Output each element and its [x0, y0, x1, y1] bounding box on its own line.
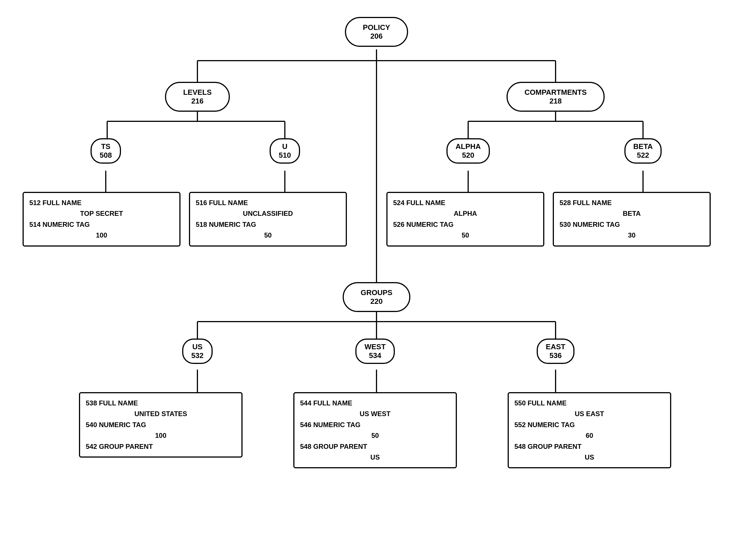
- ts-box-line4: 100: [29, 230, 174, 241]
- beta-label: BETA: [633, 142, 653, 151]
- alpha-box-node: 524 FULL NAME ALPHA 526 NUMERIC TAG 50: [386, 192, 544, 246]
- beta-box-line2: BETA: [559, 208, 704, 219]
- alpha-box-line3: 526 NUMERIC TAG: [393, 219, 537, 230]
- compartments-label: COMPARTMENTS: [525, 88, 587, 97]
- east-box-line2: US EAST: [514, 408, 665, 419]
- groups-id: 220: [361, 297, 392, 306]
- policy-pill: POLICY 206: [345, 17, 408, 47]
- policy-id: 206: [363, 32, 390, 41]
- us-box-node: 538 FULL NAME UNITED STATES 540 NUMERIC …: [79, 392, 243, 458]
- ts-id: 508: [100, 151, 112, 160]
- us-node: US 532: [152, 339, 243, 364]
- west-box-line3: 546 NUMERIC TAG: [300, 420, 450, 430]
- u-box-line4: 50: [196, 230, 340, 241]
- ts-box-line2: TOP SECRET: [29, 208, 174, 219]
- east-box-line1: 550 FULL NAME: [514, 398, 665, 408]
- beta-node: BETA 522: [601, 138, 685, 164]
- alpha-pill: ALPHA 520: [446, 138, 490, 164]
- east-label: EAST: [546, 342, 565, 351]
- compartments-node: COMPARTMENTS 218: [474, 82, 637, 112]
- west-node: WEST 534: [330, 339, 420, 364]
- alpha-node: ALPHA 520: [426, 138, 510, 164]
- west-box-line2: US WEST: [300, 408, 450, 419]
- groups-node: GROUPS 220: [299, 282, 454, 312]
- u-box-line3: 518 NUMERIC TAG: [196, 219, 340, 230]
- beta-box-line4: 30: [559, 230, 704, 241]
- ts-node: TS 508: [66, 138, 145, 164]
- east-box: 550 FULL NAME US EAST 552 NUMERIC TAG 60…: [508, 392, 671, 468]
- east-box-line4: 60: [514, 430, 665, 441]
- east-box-node: 550 FULL NAME US EAST 552 NUMERIC TAG 60…: [508, 392, 671, 468]
- beta-box-line1: 528 FULL NAME: [559, 198, 704, 208]
- groups-label: GROUPS: [361, 288, 392, 297]
- alpha-box-line2: ALPHA: [393, 208, 537, 219]
- levels-pill: LEVELS 216: [165, 82, 229, 112]
- policy-node: POLICY 206: [302, 17, 451, 47]
- east-box-line3: 552 NUMERIC TAG: [514, 420, 665, 430]
- ts-box-line1: 512 FULL NAME: [29, 198, 174, 208]
- diagram: POLICY 206 LEVELS 216 COMPARTMENTS 218 T…: [0, 0, 753, 560]
- ts-box-node: 512 FULL NAME TOP SECRET 514 NUMERIC TAG…: [23, 192, 181, 246]
- alpha-box-line4: 50: [393, 230, 537, 241]
- extra-lines: [0, 0, 753, 560]
- alpha-box: 524 FULL NAME ALPHA 526 NUMERIC TAG 50: [386, 192, 544, 246]
- west-box-line1: 544 FULL NAME: [300, 398, 450, 408]
- us-box: 538 FULL NAME UNITED STATES 540 NUMERIC …: [79, 392, 243, 458]
- east-id: 536: [546, 351, 565, 360]
- east-box-line6: US: [514, 452, 665, 463]
- alpha-id: 520: [455, 151, 481, 160]
- u-node: U 510: [245, 138, 324, 164]
- beta-box: 528 FULL NAME BETA 530 NUMERIC TAG 30: [553, 192, 711, 246]
- ts-box-line3: 514 NUMERIC TAG: [29, 219, 174, 230]
- west-box-line5: 548 GROUP PARENT: [300, 441, 450, 452]
- levels-node: LEVELS 216: [130, 82, 265, 112]
- us-box-line5: 542 GROUP PARENT: [86, 441, 236, 452]
- beta-pill: BETA 522: [625, 138, 662, 164]
- east-pill: EAST 536: [537, 339, 574, 364]
- u-pill: U 510: [270, 138, 300, 164]
- compartments-pill: COMPARTMENTS 218: [507, 82, 605, 112]
- ts-label: TS: [100, 142, 112, 151]
- u-box-line2: UNCLASSIFIED: [196, 208, 340, 219]
- us-box-line2: UNITED STATES: [86, 408, 236, 419]
- u-box-line1: 516 FULL NAME: [196, 198, 340, 208]
- us-pill: US 532: [182, 339, 212, 364]
- alpha-label: ALPHA: [455, 142, 481, 151]
- u-label: U: [279, 142, 291, 151]
- west-label: WEST: [364, 342, 386, 351]
- us-box-line4: 100: [86, 430, 236, 441]
- u-id: 510: [279, 151, 291, 160]
- beta-id: 522: [633, 151, 653, 160]
- us-id: 532: [191, 351, 203, 360]
- west-id: 534: [364, 351, 386, 360]
- beta-box-node: 528 FULL NAME BETA 530 NUMERIC TAG 30: [553, 192, 711, 246]
- levels-id: 216: [183, 97, 211, 105]
- u-box-node: 516 FULL NAME UNCLASSIFIED 518 NUMERIC T…: [189, 192, 347, 246]
- us-label: US: [191, 342, 203, 351]
- west-box-line4: 50: [300, 430, 450, 441]
- ts-box: 512 FULL NAME TOP SECRET 514 NUMERIC TAG…: [23, 192, 181, 246]
- west-box: 544 FULL NAME US WEST 546 NUMERIC TAG 50…: [293, 392, 457, 468]
- u-box: 516 FULL NAME UNCLASSIFIED 518 NUMERIC T…: [189, 192, 347, 246]
- west-box-node: 544 FULL NAME US WEST 546 NUMERIC TAG 50…: [293, 392, 457, 468]
- east-node: EAST 536: [510, 339, 601, 364]
- compartments-id: 218: [525, 97, 587, 105]
- ts-pill: TS 508: [90, 138, 121, 164]
- policy-label: POLICY: [363, 23, 390, 32]
- groups-pill: GROUPS 220: [343, 282, 411, 312]
- beta-box-line3: 530 NUMERIC TAG: [559, 219, 704, 230]
- connector-lines: [0, 0, 753, 560]
- levels-label: LEVELS: [183, 88, 211, 97]
- west-pill: WEST 534: [355, 339, 394, 364]
- us-box-line1: 538 FULL NAME: [86, 398, 236, 408]
- east-box-line5: 548 GROUP PARENT: [514, 441, 665, 452]
- us-box-line3: 540 NUMERIC TAG: [86, 420, 236, 430]
- alpha-box-line1: 524 FULL NAME: [393, 198, 537, 208]
- west-box-line6: US: [300, 452, 450, 463]
